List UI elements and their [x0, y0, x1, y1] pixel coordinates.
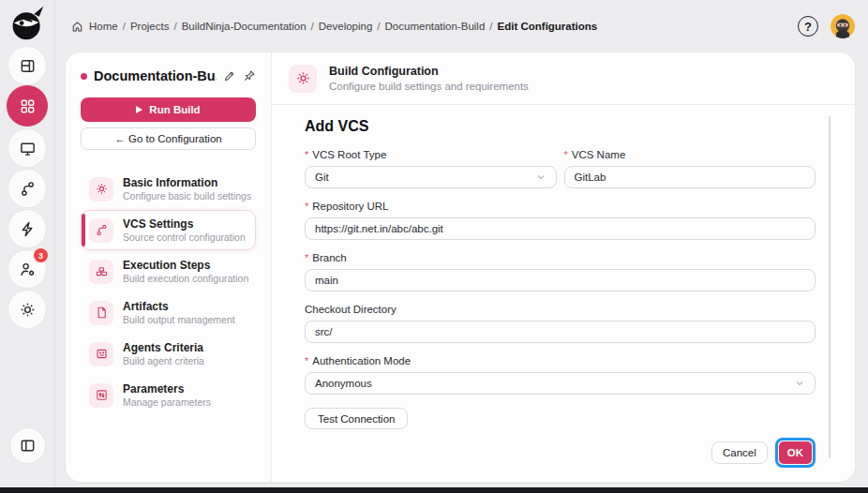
project-title: Documentation-Bu... — [94, 68, 217, 83]
go-to-configuration-label: ← Go to Configuration — [114, 133, 221, 144]
field-label: VCS Name — [572, 149, 626, 160]
menu-item-description: Configure basic build settings — [123, 190, 247, 202]
required-marker: * — [305, 201, 308, 212]
required-marker: * — [305, 149, 308, 160]
authentication-mode-select[interactable]: Anonymous — [305, 372, 816, 395]
breadcrumb-separator: / — [173, 21, 176, 32]
field-label: Branch — [312, 252, 346, 263]
form-content: Add VCS * VCS Root Type Git — [272, 105, 855, 482]
required-marker: * — [564, 149, 568, 160]
pin-icon[interactable] — [243, 69, 256, 82]
menu-item-basic-information[interactable]: Basic Information Configure basic build … — [81, 169, 256, 209]
breadcrumb-current: Edit Configurations — [498, 21, 598, 32]
agents-monitor-icon[interactable] — [8, 129, 46, 167]
test-connection-button[interactable]: Test Connection — [305, 408, 408, 429]
menu-item-description: Source control configuration — [123, 232, 246, 243]
field-label: Checkout Directory — [305, 304, 397, 315]
authentication-mode-label: * Authentication Mode — [305, 355, 816, 366]
menu-item-execution-steps[interactable]: Execution Steps Build execution configur… — [81, 251, 256, 291]
agent-face-icon — [89, 342, 113, 366]
ninja-logo-icon — [8, 5, 46, 42]
app-window: 3 Home / Projects / BuildNinja-Documenta… — [0, 0, 868, 493]
vcs-name-input[interactable] — [564, 166, 816, 188]
vcs-root-type-select[interactable]: Git — [305, 166, 557, 188]
menu-item-label: Artifacts — [123, 300, 235, 313]
dashboard-icon[interactable] — [8, 47, 46, 84]
collapse-sidebar-icon[interactable] — [10, 428, 45, 463]
ok-button[interactable]: OK — [779, 441, 812, 464]
notification-badge: 3 — [34, 248, 48, 262]
breadcrumb: Home / Projects / BuildNinja-Documentati… — [71, 21, 597, 33]
build-config-gear-icon — [289, 65, 317, 93]
user-settings-icon[interactable]: 3 — [8, 250, 46, 288]
edit-pencil-icon[interactable] — [223, 69, 236, 82]
document-icon — [89, 301, 113, 325]
field-label: Authentication Mode — [312, 355, 411, 366]
vcs-root-type-label: * VCS Root Type — [305, 149, 557, 160]
breadcrumb-subproject[interactable]: Developing — [319, 21, 373, 32]
projects-grid-icon[interactable] — [7, 85, 48, 127]
breadcrumb-separator: / — [489, 21, 492, 32]
menu-item-parameters[interactable]: Parameters Manage parameters — [81, 375, 256, 415]
avatar-ninja-icon — [831, 14, 855, 38]
help-icon[interactable]: ? — [798, 16, 818, 37]
breadcrumb-projects[interactable]: Projects — [130, 21, 170, 32]
field-label: Repository URL — [312, 201, 388, 212]
chevron-down-icon — [794, 378, 805, 389]
main-section: Build Configuration Configure build sett… — [272, 52, 855, 482]
vcs-root-type-value: Git — [315, 172, 329, 183]
branch-label: * Branch — [305, 252, 816, 263]
project-status-dot — [81, 73, 87, 80]
menu-item-vcs-settings[interactable]: VCS Settings Source control configuratio… — [81, 210, 256, 250]
breadcrumb-build[interactable]: Documentation-Build — [385, 21, 486, 32]
breadcrumb-home[interactable]: Home — [89, 21, 118, 32]
form-title: Add VCS — [305, 118, 816, 135]
menu-item-description: Build agent criteria — [123, 355, 204, 366]
run-build-button[interactable]: Run Build — [81, 97, 256, 122]
user-avatar[interactable] — [831, 14, 855, 38]
menu-item-description: Build output management — [123, 314, 235, 325]
menu-item-artifacts[interactable]: Artifacts Build output management — [81, 292, 256, 333]
breadcrumb-separator: / — [311, 21, 314, 32]
menu-item-description: Manage parameters — [123, 396, 211, 408]
settings-gear-icon[interactable] — [8, 291, 46, 328]
menu-item-label: Basic Information — [123, 176, 247, 189]
repository-url-input[interactable] — [305, 217, 816, 240]
cancel-button[interactable]: Cancel — [711, 441, 768, 464]
parameters-sliders-icon — [89, 383, 113, 408]
gear-icon — [89, 177, 113, 202]
help-glyph: ? — [804, 20, 812, 34]
project-panel: Documentation-Bu... Run Build ← Go to Co… — [66, 52, 272, 482]
menu-item-description: Build execution configuration — [123, 273, 247, 284]
main-header-title: Build Configuration — [329, 65, 529, 78]
breadcrumb-project[interactable]: BuildNinja-Documentation — [182, 21, 307, 32]
menu-item-agents-criteria[interactable]: Agents Criteria Build agent criteria — [81, 334, 256, 374]
config-menu: Basic Information Configure basic build … — [81, 169, 256, 415]
topbar: Home / Projects / BuildNinja-Documentati… — [56, 0, 868, 52]
git-branch-icon — [89, 218, 113, 243]
run-build-label: Run Build — [149, 104, 200, 115]
content-shell: Documentation-Bu... Run Build ← Go to Co… — [66, 52, 855, 482]
menu-item-label: VCS Settings — [123, 217, 246, 231]
window-bottom-edge — [0, 487, 868, 493]
branch-input[interactable] — [305, 269, 816, 291]
dialog-actions: Cancel OK — [305, 438, 816, 468]
menu-item-label: Parameters — [123, 382, 211, 396]
menu-item-label: Agents Criteria — [123, 341, 204, 354]
triggers-lightning-icon[interactable] — [8, 210, 46, 247]
play-icon — [136, 106, 142, 113]
chevron-down-icon — [535, 172, 546, 183]
scrollbar[interactable] — [829, 116, 831, 458]
breadcrumb-separator: / — [377, 21, 380, 32]
authentication-mode-value: Anonymous — [315, 378, 372, 389]
icon-rail: 3 — [0, 0, 55, 487]
required-marker: * — [305, 252, 308, 263]
go-to-configuration-button[interactable]: ← Go to Configuration — [81, 127, 256, 150]
menu-item-label: Execution Steps — [123, 259, 247, 272]
main-header-subtitle: Configure build settings and requirement… — [329, 81, 529, 92]
ok-button-highlight: OK — [775, 438, 816, 468]
home-icon — [71, 21, 83, 33]
checkout-directory-input[interactable] — [305, 321, 816, 343]
vcs-branch-icon[interactable] — [8, 170, 46, 207]
repository-url-label: * Repository URL — [305, 201, 816, 212]
